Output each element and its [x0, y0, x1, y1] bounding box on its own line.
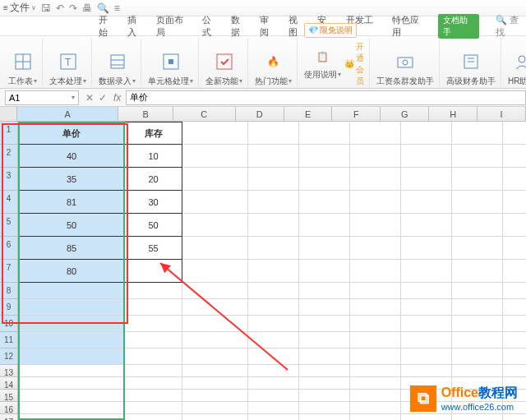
cell-A5[interactable]: 50 — [18, 214, 125, 237]
cell-E12[interactable] — [299, 348, 350, 365]
cell-E9[interactable] — [299, 299, 350, 316]
member-button[interactable]: 👑 开通会员 — [344, 41, 364, 87]
cell-A10[interactable] — [18, 316, 125, 332]
cell-E15[interactable] — [299, 390, 350, 402]
tab-formula[interactable]: 公式 — [202, 14, 219, 39]
cell-C4[interactable] — [182, 191, 248, 214]
cell-I10[interactable] — [503, 316, 526, 332]
cell-B6[interactable]: 55 — [125, 237, 182, 260]
cell-C15[interactable] — [182, 390, 248, 402]
cell-G8[interactable] — [401, 283, 452, 299]
cell-C8[interactable] — [182, 283, 248, 299]
tab-data[interactable]: 数据 — [231, 14, 248, 39]
cell-F5[interactable] — [350, 214, 401, 237]
undo-icon[interactable]: ↶ — [56, 2, 64, 14]
col-header-F[interactable]: F — [332, 107, 381, 121]
cell-E8[interactable] — [299, 283, 350, 299]
cell-E5[interactable] — [299, 214, 350, 237]
cell-H10[interactable] — [452, 316, 503, 332]
col-header-D[interactable]: D — [236, 107, 284, 121]
cell-F1[interactable] — [350, 122, 401, 145]
spreadsheet-grid[interactable]: ABCDEFGHI 123456789101112131415161718192… — [0, 107, 526, 420]
cell-B16[interactable] — [125, 402, 182, 414]
confirm-icon[interactable]: ✓ — [99, 92, 107, 104]
cell-C2[interactable] — [182, 145, 248, 168]
cell-D15[interactable] — [248, 390, 299, 402]
cancel-icon[interactable]: ✕ — [85, 92, 94, 104]
cell-G1[interactable] — [401, 122, 452, 145]
cell-A17[interactable] — [18, 414, 125, 420]
search-button[interactable]: 🔍 查找 — [496, 14, 526, 39]
cell-B11[interactable] — [125, 332, 182, 348]
cell-B4[interactable]: 30 — [125, 191, 182, 214]
cell-H11[interactable] — [452, 332, 503, 348]
cell-C13[interactable] — [182, 365, 248, 377]
col-header-H[interactable]: H — [429, 107, 478, 121]
cell-G12[interactable] — [401, 348, 452, 365]
cell-E13[interactable] — [299, 365, 350, 377]
cell-E17[interactable] — [299, 414, 350, 420]
cell-A9[interactable] — [18, 299, 125, 316]
tab-layout[interactable]: 页面布局 — [156, 14, 191, 39]
row-header-9[interactable]: 9 — [0, 299, 18, 316]
cell-I13[interactable] — [503, 365, 526, 377]
ribbon-text[interactable]: T 文本处理▾ — [44, 38, 92, 87]
cell-E4[interactable] — [299, 191, 350, 214]
cell-G7[interactable] — [401, 260, 452, 283]
tab-view[interactable]: 视图 — [288, 14, 306, 39]
cell-F8[interactable] — [350, 283, 401, 299]
cell-B12[interactable] — [125, 348, 182, 365]
cell-H1[interactable] — [452, 122, 503, 145]
cell-I9[interactable] — [503, 299, 526, 316]
row-header-5[interactable]: 5 — [0, 214, 18, 237]
cell-I1[interactable] — [503, 122, 526, 145]
cell-E1[interactable] — [299, 122, 350, 145]
cell-D12[interactable] — [248, 348, 299, 365]
cell-H17[interactable] — [452, 414, 503, 420]
row-header-11[interactable]: 11 — [0, 332, 18, 348]
cell-A4[interactable]: 81 — [18, 191, 125, 214]
cell-I8[interactable] — [503, 283, 526, 299]
row-header-14[interactable]: 14 — [0, 377, 18, 390]
cell-H2[interactable] — [452, 145, 503, 168]
cell-A3[interactable]: 35 — [18, 168, 125, 191]
row-header-10[interactable]: 10 — [0, 316, 18, 332]
cell-D11[interactable] — [248, 332, 299, 348]
col-header-A[interactable]: A — [17, 107, 118, 121]
cell-D4[interactable] — [248, 191, 299, 214]
cell-F15[interactable] — [350, 390, 401, 402]
cell-G5[interactable] — [401, 214, 452, 237]
cell-G17[interactable] — [401, 414, 452, 420]
fx-icon[interactable]: fx — [113, 92, 121, 104]
cell-I2[interactable] — [503, 145, 526, 168]
cell-F10[interactable] — [350, 316, 401, 332]
cell-A12[interactable] — [18, 348, 125, 365]
col-header-E[interactable]: E — [284, 107, 333, 121]
cell-I11[interactable] — [503, 332, 526, 348]
col-header-G[interactable]: G — [381, 107, 429, 121]
row-header-12[interactable]: 12 — [0, 348, 18, 365]
cell-G9[interactable] — [401, 299, 452, 316]
more-icon[interactable]: ≡ — [114, 2, 120, 14]
row-header-2[interactable]: 2 — [0, 145, 18, 168]
cell-A13[interactable] — [18, 365, 125, 377]
cell-I4[interactable] — [503, 191, 526, 214]
cell-D3[interactable] — [248, 168, 299, 191]
cell-A16[interactable] — [18, 402, 125, 414]
ribbon-finance[interactable]: 高级财务助手 — [441, 38, 501, 87]
cell-I5[interactable] — [503, 214, 526, 237]
cell-H7[interactable] — [452, 260, 503, 283]
ribbon-new[interactable]: 全新功能▾ — [201, 38, 248, 87]
file-menu[interactable]: ≡ 文件 ∨ — [3, 1, 36, 15]
cell-B3[interactable]: 20 — [125, 168, 182, 191]
cell-D16[interactable] — [248, 402, 299, 414]
cell-A1[interactable]: 单价 — [18, 122, 125, 145]
cell-B7[interactable] — [125, 260, 182, 283]
cell-D7[interactable] — [248, 260, 299, 283]
cell-H12[interactable] — [452, 348, 503, 365]
cell-G4[interactable] — [401, 191, 452, 214]
tab-insert[interactable]: 插入 — [127, 14, 145, 39]
cell-F3[interactable] — [350, 168, 401, 191]
cell-I12[interactable] — [503, 348, 526, 365]
cell-D1[interactable] — [248, 122, 299, 145]
